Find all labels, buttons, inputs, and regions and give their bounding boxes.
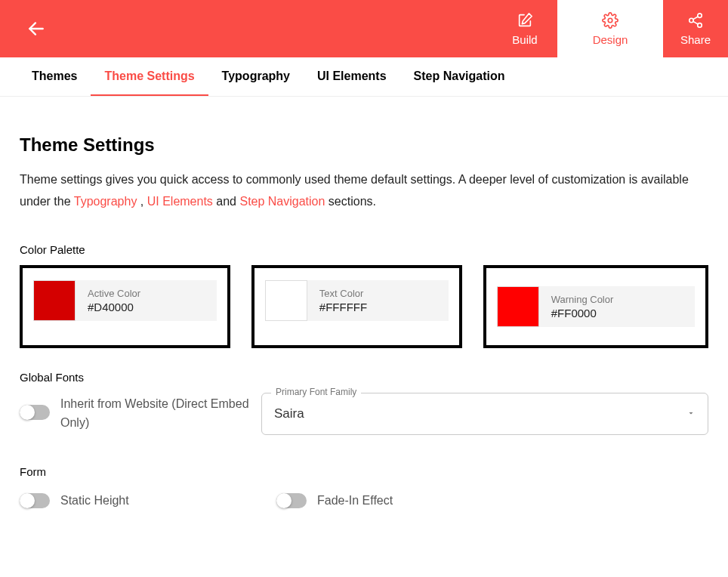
swatch-chip-text (265, 280, 307, 321)
swatch-text: Warning Color #FF0000 (541, 286, 614, 327)
back-button[interactable] (18, 0, 54, 57)
svg-line-5 (693, 21, 698, 24)
swatch-inner: Active Color #D40000 (33, 280, 217, 321)
swatch-value: #FF0000 (551, 307, 614, 319)
form-section-label: Form (20, 465, 708, 478)
subtab-typography[interactable]: Typography (208, 57, 304, 96)
inherit-toggle-label: Inherit from Website (Direct Embed Only) (60, 393, 261, 433)
swatch-inner: Text Color #FFFFFF (265, 280, 449, 321)
desc-sep-1: , (137, 195, 147, 208)
tab-design-label: Design (593, 33, 628, 46)
inherit-toggle-group: Inherit from Website (Direct Embed Only) (20, 393, 261, 433)
topbar-spacer (54, 0, 492, 57)
subtabs: Themes Theme Settings Typography UI Elem… (0, 57, 728, 97)
form-toggles-row: Static Height Fade-In Effect (20, 493, 708, 508)
desc-end: sections. (325, 195, 376, 208)
color-palette-row: Active Color #D40000 Text Color #FFFFFF … (20, 265, 708, 348)
link-step-navigation[interactable]: Step Navigation (239, 195, 325, 208)
tab-build-label: Build (512, 33, 537, 46)
tab-share-label: Share (680, 33, 711, 46)
toggle-knob (276, 493, 292, 508)
swatch-chip-warning (497, 286, 539, 327)
subtab-themes[interactable]: Themes (18, 57, 91, 96)
swatch-text: Active Color #D40000 (77, 280, 140, 321)
desc-sep-2: and (213, 195, 240, 208)
primary-font-family-select[interactable]: Primary Font Family Saira (261, 393, 708, 435)
static-height-toggle[interactable] (20, 493, 50, 508)
edit-icon (517, 12, 533, 29)
gear-icon (602, 12, 618, 29)
select-legend: Primary Font Family (271, 387, 361, 397)
swatch-value: #D40000 (88, 301, 140, 313)
swatch-text: Text Color #FFFFFF (309, 280, 367, 321)
select-value: Saira (274, 406, 686, 421)
swatch-text-color[interactable]: Text Color #FFFFFF (251, 265, 462, 348)
static-height-label: Static Height (60, 494, 129, 508)
chevron-down-icon (686, 407, 696, 421)
arrow-left-icon (26, 19, 46, 39)
subtab-step-navigation[interactable]: Step Navigation (400, 57, 519, 96)
fade-in-label: Fade-In Effect (317, 494, 393, 508)
swatch-warning-color[interactable]: Warning Color #FF0000 (483, 265, 708, 348)
global-fonts-row: Inherit from Website (Direct Embed Only)… (20, 393, 708, 435)
share-icon (687, 12, 704, 29)
page-title: Theme Settings (20, 134, 708, 156)
subtab-ui-elements[interactable]: UI Elements (304, 57, 400, 96)
swatch-active-color[interactable]: Active Color #D40000 (20, 265, 230, 348)
svg-line-6 (693, 16, 698, 19)
subtab-theme-settings[interactable]: Theme Settings (91, 57, 208, 96)
tab-design[interactable]: Design (557, 0, 663, 57)
tab-build[interactable]: Build (492, 0, 557, 57)
link-typography[interactable]: Typography (74, 195, 137, 208)
swatch-inner: Warning Color #FF0000 (497, 286, 695, 327)
page-description: Theme settings gives you quick access to… (20, 169, 708, 213)
toggle-knob (20, 493, 35, 508)
fade-in-toggle[interactable] (276, 493, 307, 508)
swatch-value: #FFFFFF (319, 301, 367, 313)
swatch-label: Warning Color (551, 294, 614, 305)
static-height-group: Static Height (20, 493, 231, 508)
swatch-chip-active (33, 280, 76, 321)
toggle-knob (20, 405, 35, 420)
swatch-label: Active Color (88, 288, 140, 299)
global-fonts-label: Global Fonts (20, 371, 708, 384)
link-ui-elements[interactable]: UI Elements (147, 195, 213, 208)
svg-point-1 (608, 18, 612, 23)
topbar: Build Design Share (0, 0, 728, 57)
inherit-from-website-toggle[interactable] (20, 405, 50, 420)
color-palette-label: Color Palette (20, 243, 708, 256)
tab-share[interactable]: Share (663, 0, 728, 57)
fade-in-group: Fade-In Effect (276, 493, 488, 508)
swatch-label: Text Color (319, 288, 367, 299)
content: Theme Settings Theme settings gives you … (0, 97, 728, 538)
